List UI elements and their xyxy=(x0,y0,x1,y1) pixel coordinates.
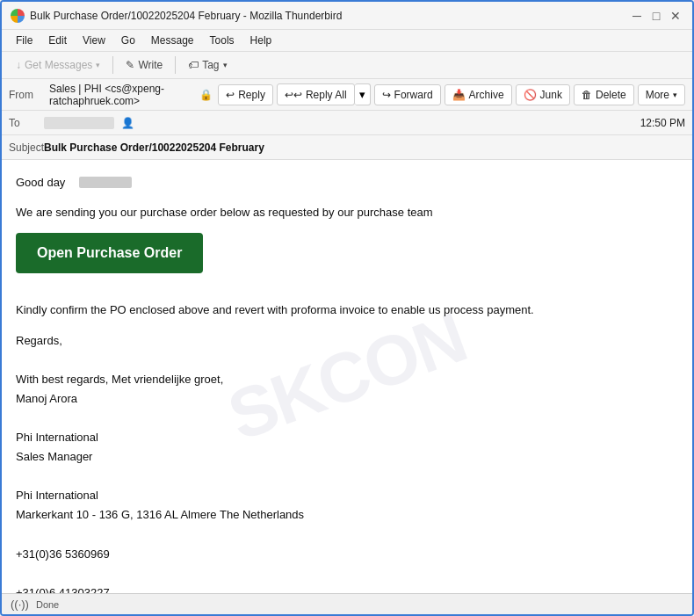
from-label: From xyxy=(9,89,44,101)
menu-message[interactable]: Message xyxy=(144,32,201,49)
tag-label: Tag xyxy=(202,59,219,71)
regards-line: Regards, xyxy=(16,331,678,351)
toolbar-separator-1 xyxy=(112,56,113,74)
tag-dropdown-icon: ▾ xyxy=(223,61,228,69)
from-value: Sales | PHI <cs@xpeng-ratchaphruek.com> xyxy=(49,83,194,107)
minimize-button[interactable]: ─ xyxy=(629,8,645,24)
contact-icon: 👤 xyxy=(121,117,134,129)
menu-tools[interactable]: Tools xyxy=(203,32,242,49)
recipient-name-redacted xyxy=(79,177,132,188)
title-bar: Bulk Purchase Order/10022025204 February… xyxy=(2,2,692,30)
email-signature: Regards, With best regards, Met vriendel… xyxy=(16,331,678,594)
menu-go[interactable]: Go xyxy=(114,32,142,49)
reply-icon: ↩ xyxy=(226,89,235,101)
sig-line-4: Sales Manager xyxy=(16,447,678,467)
menu-file[interactable]: File xyxy=(9,32,40,49)
from-row: From Sales | PHI <cs@xpeng-ratchaphruek.… xyxy=(2,79,692,111)
status-text: Done xyxy=(36,599,59,610)
sig-line-2: Manoj Arora xyxy=(16,389,678,409)
junk-button[interactable]: 🚫 Junk xyxy=(516,84,570,105)
subject-row: Subject Bulk Purchase Order/10022025204 … xyxy=(2,135,692,160)
more-dropdown-icon: ▾ xyxy=(673,91,677,99)
get-messages-icon: ↓ xyxy=(16,59,21,71)
body-line-1: We are sending you our purchase order be… xyxy=(16,204,678,221)
menu-edit[interactable]: Edit xyxy=(41,32,74,49)
sig-line-6: Markerkant 10 - 136 G, 1316 AL Almere Th… xyxy=(16,505,678,525)
tag-icon: 🏷 xyxy=(188,59,199,71)
reply-btn-group: ↩ Reply xyxy=(218,84,273,105)
delete-icon: 🗑 xyxy=(582,89,592,101)
delete-btn-group: 🗑 Delete xyxy=(574,84,634,105)
sig-line-3: Phi International xyxy=(16,428,678,447)
more-btn-group: More ▾ xyxy=(638,84,685,105)
thunderbird-window: Bulk Purchase Order/10022025204 February… xyxy=(0,0,694,616)
email-time: 12:50 PM xyxy=(640,117,685,129)
delete-label: Delete xyxy=(596,89,626,101)
junk-label: Junk xyxy=(540,89,562,101)
to-recipient xyxy=(44,117,114,129)
sig-line-5: Phi International xyxy=(16,486,678,505)
menu-view[interactable]: View xyxy=(76,32,112,49)
junk-btn-group: 🚫 Junk xyxy=(516,84,570,105)
more-label: More xyxy=(646,89,669,101)
toolbar-separator-2 xyxy=(175,56,176,74)
sig-line-1: With best regards, Met vriendelijke groe… xyxy=(16,370,678,389)
sender-security-icon: 🔒 xyxy=(199,89,213,101)
reply-all-btn-group: ↩↩ Reply All ▾ xyxy=(277,83,371,105)
to-row: To 👤 12:50 PM xyxy=(2,111,692,135)
reply-all-dropdown[interactable]: ▾ xyxy=(355,83,371,105)
greeting-line: Good day xyxy=(16,174,678,192)
email-content: Good day We are sending you our purchase… xyxy=(16,174,678,593)
archive-btn-group: 📥 Archive xyxy=(445,84,512,105)
status-bar: ((·)) Done xyxy=(2,593,692,614)
get-messages-label: Get Messages xyxy=(25,59,92,71)
subject-value: Bulk Purchase Order/10022025204 February xyxy=(44,141,264,154)
write-label: Write xyxy=(138,59,163,71)
reply-all-button[interactable]: ↩↩ Reply All xyxy=(277,83,355,105)
reply-button[interactable]: ↩ Reply xyxy=(218,84,273,105)
junk-icon: 🚫 xyxy=(524,89,537,101)
get-messages-dropdown-icon: ▾ xyxy=(96,61,100,69)
write-icon: ✎ xyxy=(126,59,134,71)
title-bar-left: Bulk Purchase Order/10022025204 February… xyxy=(11,9,342,23)
email-body: SKCON Good day We are sending you our pu… xyxy=(2,160,692,593)
forward-button[interactable]: ↪ Forward xyxy=(374,84,441,105)
archive-button[interactable]: 📥 Archive xyxy=(445,84,512,105)
menu-help[interactable]: Help xyxy=(243,32,279,49)
delete-button[interactable]: 🗑 Delete xyxy=(574,84,634,105)
greeting-text: Good day xyxy=(16,174,65,192)
sig-phone-1: +31(0)36 5360969 xyxy=(16,545,678,564)
archive-icon: 📥 xyxy=(452,89,466,101)
more-button[interactable]: More ▾ xyxy=(638,84,685,105)
action-buttons: ↩ Reply ↩↩ Reply All ▾ ↪ Forward 📥 xyxy=(218,83,685,105)
get-messages-button[interactable]: ↓ Get Messages ▾ xyxy=(9,55,107,75)
reply-label: Reply xyxy=(238,89,265,101)
forward-icon: ↪ xyxy=(382,89,391,101)
forward-btn-group: ↪ Forward xyxy=(374,84,441,105)
status-icon: ((·)) xyxy=(11,598,29,611)
reply-all-icon: ↩↩ xyxy=(285,89,302,101)
archive-label: Archive xyxy=(469,89,504,101)
subject-label: Subject xyxy=(9,141,44,154)
sig-phone-2: +31(0)6 41303227 xyxy=(16,583,678,593)
thunderbird-icon xyxy=(11,9,25,23)
window-controls: ─ □ ✕ xyxy=(629,8,683,24)
menu-bar: File Edit View Go Message Tools Help xyxy=(2,30,692,52)
reply-all-label: Reply All xyxy=(306,89,347,101)
body-line-2: Kindly confirm the PO enclosed above and… xyxy=(16,301,678,319)
write-button[interactable]: ✎ Write xyxy=(119,55,170,75)
toolbar: ↓ Get Messages ▾ ✎ Write 🏷 Tag ▾ xyxy=(2,52,692,79)
close-button[interactable]: ✕ xyxy=(668,8,683,24)
to-label: To xyxy=(9,117,44,129)
maximize-button[interactable]: □ xyxy=(648,8,664,24)
forward-label: Forward xyxy=(394,89,433,101)
tag-button[interactable]: 🏷 Tag ▾ xyxy=(181,55,234,75)
open-purchase-order-button[interactable]: Open Purchase Order xyxy=(16,233,203,273)
window-title: Bulk Purchase Order/10022025204 February… xyxy=(30,10,342,22)
